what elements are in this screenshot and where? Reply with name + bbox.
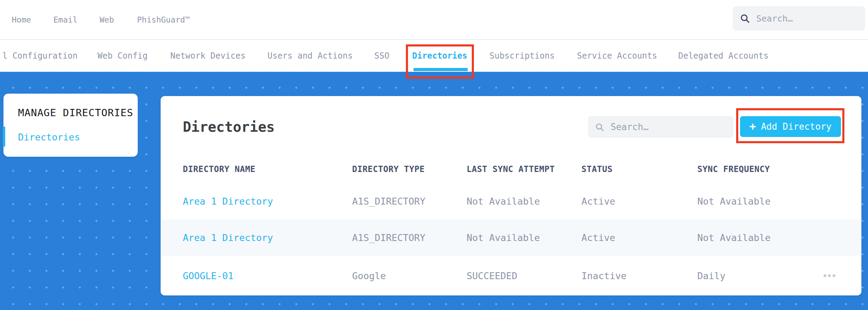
- nav-home[interactable]: Home: [12, 0, 31, 39]
- col-directory-type: DIRECTORY TYPE: [352, 164, 467, 174]
- search-icon: [740, 13, 750, 24]
- tab-directories[interactable]: Directories: [412, 40, 467, 72]
- page: Home Email Web PhishGuard™ l Configurati…: [0, 0, 868, 310]
- last-sync-cell: SUCCEEDED: [467, 270, 581, 281]
- table-header-row: DIRECTORY NAME DIRECTORY TYPE LAST SYNC …: [161, 155, 861, 183]
- sync-frequency-cell: Not Available: [697, 196, 822, 207]
- directory-type-cell: A1S_DIRECTORY: [352, 232, 467, 243]
- nav-email[interactable]: Email: [53, 0, 77, 39]
- tab-service-accounts[interactable]: Service Accounts: [577, 40, 657, 72]
- tab-subscriptions[interactable]: Subscriptions: [490, 40, 555, 72]
- sync-frequency-cell: Daily: [697, 270, 822, 281]
- table-row: Area 1 Directory A1S_DIRECTORY Not Avail…: [161, 219, 861, 256]
- active-item-indicator: [3, 127, 5, 147]
- global-search: [733, 6, 865, 31]
- last-sync-cell: Not Available: [467, 232, 581, 243]
- table-row: Area 1 Directory A1S_DIRECTORY Not Avail…: [161, 183, 861, 219]
- row-menu-icon[interactable]: [822, 271, 837, 281]
- table-body: Area 1 Directory A1S_DIRECTORY Not Avail…: [161, 183, 861, 295]
- page-title: Directories: [183, 119, 275, 135]
- top-navigation: Home Email Web PhishGuard™: [0, 0, 868, 40]
- tab-delegated-accounts[interactable]: Delegated Accounts: [678, 40, 768, 72]
- col-last-sync-attempt: LAST SYNC ATTEMPT: [467, 164, 581, 174]
- directory-name-link[interactable]: Area 1 Directory: [183, 196, 352, 207]
- sidebar-title: MANAGE DIRECTORIES: [18, 107, 133, 119]
- directories-table: DIRECTORY NAME DIRECTORY TYPE LAST SYNC …: [161, 155, 861, 295]
- search-icon: [595, 122, 604, 132]
- tab-users-and-actions[interactable]: Users and Actions: [267, 40, 353, 72]
- status-cell: Active: [581, 232, 697, 243]
- tab-sso[interactable]: SSO: [374, 40, 389, 72]
- table-row: GOOGLE-01 Google SUCCEEDED Inactive Dail…: [161, 256, 861, 295]
- directories-search-input[interactable]: [610, 121, 726, 132]
- sidebar-item-directories[interactable]: Directories: [18, 132, 80, 143]
- col-sync-frequency: SYNC FREQUENCY: [697, 164, 822, 174]
- plus-icon: +: [749, 121, 756, 132]
- settings-tab-bar: l Configuration Web Config Network Devic…: [0, 40, 868, 72]
- tab-network-devices[interactable]: Network Devices: [170, 40, 246, 72]
- nav-web[interactable]: Web: [100, 0, 114, 39]
- col-directory-name: DIRECTORY NAME: [183, 164, 352, 174]
- directory-type-cell: Google: [352, 270, 467, 281]
- status-cell: Inactive: [581, 270, 697, 281]
- add-directory-button[interactable]: + Add Directory: [740, 116, 841, 137]
- directories-search: [588, 116, 733, 138]
- nav-phishguard[interactable]: PhishGuard™: [137, 0, 190, 39]
- add-directory-label: Add Directory: [761, 121, 832, 132]
- col-status: STATUS: [581, 164, 697, 174]
- global-search-input[interactable]: [756, 13, 858, 24]
- directory-type-cell: A1S_DIRECTORY: [352, 196, 467, 207]
- tab-web-config[interactable]: Web Config: [97, 40, 148, 72]
- sync-frequency-cell: Not Available: [697, 232, 822, 243]
- active-tab-underline: [414, 68, 468, 71]
- last-sync-cell: Not Available: [467, 196, 581, 207]
- directory-name-link[interactable]: GOOGLE-01: [183, 270, 352, 281]
- directories-panel: Directories + Add Directory DIRECTORY NA…: [161, 96, 861, 295]
- tab-email-configuration[interactable]: l Configuration: [2, 40, 78, 72]
- directory-name-link[interactable]: Area 1 Directory: [183, 232, 352, 243]
- status-cell: Active: [581, 196, 697, 207]
- manage-directories-card: MANAGE DIRECTORIES Directories: [3, 94, 138, 157]
- workspace-background: MANAGE DIRECTORIES Directories Directori…: [0, 72, 868, 310]
